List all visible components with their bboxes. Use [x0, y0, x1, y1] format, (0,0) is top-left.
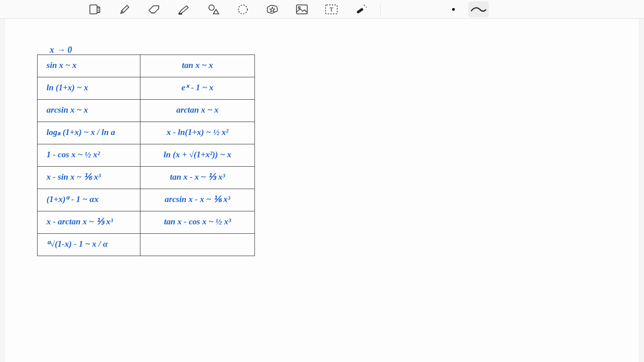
shape-icon[interactable]: [199, 0, 228, 19]
formula-cell-right: eˣ - 1 ~ x: [140, 77, 255, 100]
formula-cell-right: tan x ~ x: [140, 55, 255, 77]
svg-rect-0: [90, 5, 97, 14]
table-row: sin x ~ xtan x ~ x: [38, 55, 255, 77]
formula-cell-left: ln (1+x) ~ x: [38, 77, 140, 100]
formula-cell-right: arctan x ~ x: [140, 100, 255, 122]
table-row: x - sin x ~ ⅙ x³tan x - x ~ ⅓ x³: [38, 167, 255, 189]
svg-point-1: [209, 5, 214, 10]
formula-cell-left: 1 - cos x ~ ½ x²: [38, 144, 140, 167]
table-row: (1+x)ᵅ - 1 ~ αxarcsin x - x ~ ⅙ x³: [38, 189, 255, 211]
formula-cell-right: tan x - x ~ ⅓ x³: [140, 167, 255, 189]
table-row: x - arctan x ~ ⅓ x³tan x - cos x ~ ½ x³: [38, 211, 255, 234]
formula-cell-left: x - sin x ~ ⅙ x³: [38, 167, 140, 189]
equivalence-table: sin x ~ xtan x ~ xln (1+x) ~ xeˣ - 1 ~ x…: [37, 55, 255, 256]
star-tool-icon[interactable]: [258, 0, 287, 19]
formula-cell-right: tan x - cos x ~ ½ x³: [140, 211, 255, 234]
svg-point-10: [363, 4, 364, 5]
color-picker[interactable]: [439, 0, 468, 19]
lasso-icon[interactable]: [228, 0, 258, 19]
svg-point-9: [366, 6, 367, 7]
formula-cell-left: arcsin x ~ x: [38, 100, 140, 122]
text-icon[interactable]: T: [317, 0, 346, 19]
page-layout-icon[interactable]: [80, 0, 110, 19]
svg-point-8: [364, 4, 365, 6]
svg-point-4: [298, 7, 300, 8]
image-icon[interactable]: [287, 0, 317, 19]
stroke-curve-icon: [470, 6, 487, 13]
limit-heading: x → 0: [50, 45, 72, 55]
formula-cell-right: x - ln(1+x) ~ ½ x²: [140, 122, 255, 144]
table-row: logₐ (1+x) ~ x / ln ax - ln(1+x) ~ ½ x²: [38, 122, 255, 144]
formula-cell-left: sin x ~ x: [38, 55, 140, 77]
formula-cell-right: arcsin x - x ~ ⅙ x³: [140, 189, 255, 211]
formula-cell-right: ln (x + √(1+x²)) ~ x: [140, 144, 255, 167]
toolbar: T: [0, 0, 644, 19]
toolbar-separator: [380, 3, 381, 16]
svg-rect-3: [297, 5, 307, 14]
svg-point-2: [238, 5, 247, 14]
formula-cell-right: [140, 234, 255, 256]
formula-cell-left: (1+x)ᵅ - 1 ~ αx: [38, 189, 140, 211]
table-row: arcsin x ~ xarctan x ~ x: [38, 100, 255, 122]
formula-cell-left: ᵅ√(1-x) - 1 ~ x / α: [38, 234, 140, 256]
svg-rect-7: [356, 7, 364, 13]
pen-icon[interactable]: [110, 0, 140, 19]
formula-cell-left: x - arctan x ~ ⅓ x³: [38, 211, 140, 234]
svg-text:T: T: [330, 6, 333, 13]
table-row: 1 - cos x ~ ½ x²ln (x + √(1+x²)) ~ x: [38, 144, 255, 167]
formula-cell-left: logₐ (1+x) ~ x / ln a: [38, 122, 140, 144]
color-dot-icon: [452, 8, 455, 11]
table-row: ᵅ√(1-x) - 1 ~ x / α: [38, 234, 255, 256]
eraser-icon[interactable]: [140, 0, 169, 19]
magic-pen-icon[interactable]: [346, 0, 376, 19]
highlighter-icon[interactable]: [169, 0, 199, 19]
stroke-preview[interactable]: [468, 1, 489, 17]
canvas[interactable]: x → 0 sin x ~ xtan x ~ xln (1+x) ~ xeˣ -…: [4, 19, 640, 362]
table-row: ln (1+x) ~ xeˣ - 1 ~ x: [38, 77, 255, 100]
